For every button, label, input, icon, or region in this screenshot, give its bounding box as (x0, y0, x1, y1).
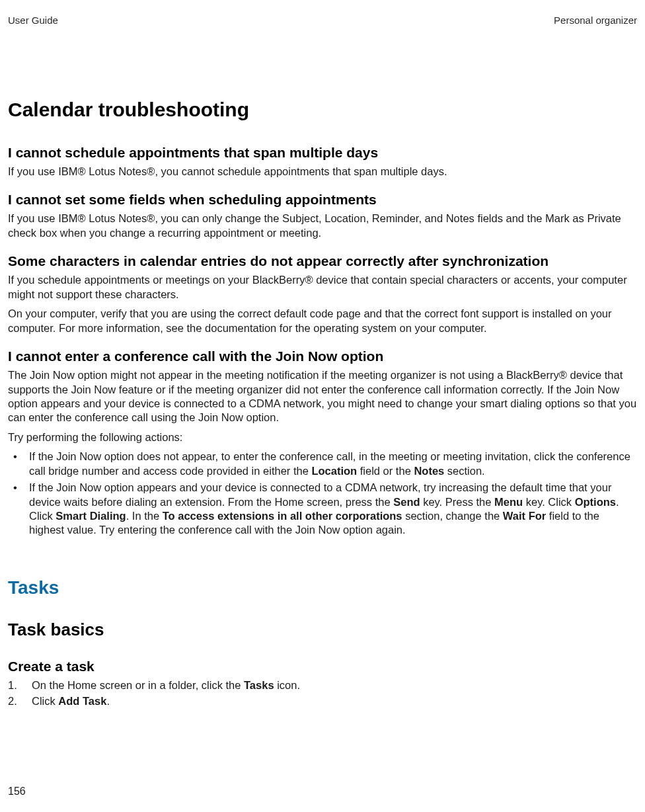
bold-text: Smart Dialing (56, 510, 126, 522)
heading-create-task: Create a task (8, 659, 637, 674)
text-run: section. (444, 465, 484, 477)
bold-text: To access extensions in all other corpor… (163, 510, 402, 522)
header-right: Personal organizer (554, 15, 637, 26)
numbered-steps: On the Home screen or in a folder, click… (8, 678, 637, 709)
heading-join-now: I cannot enter a conference call with th… (8, 348, 637, 364)
heading-cannot-set-fields: I cannot set some fields when scheduling… (8, 192, 637, 208)
text-run: key. Press the (420, 496, 495, 508)
list-item: On the Home screen or in a folder, click… (8, 678, 637, 692)
text-run: . (106, 695, 110, 707)
paragraph: If you use IBM® Lotus Notes®, you can on… (8, 212, 637, 240)
header-left: User Guide (8, 15, 58, 26)
paragraph: If you schedule appointments or meetings… (8, 273, 637, 302)
page-header: User Guide Personal organizer (8, 15, 637, 26)
heading-cannot-schedule-multi-day: I cannot schedule appointments that span… (8, 145, 637, 161)
bold-text: Add Task (58, 695, 106, 707)
text-run: icon. (274, 679, 300, 691)
paragraph: The Join Now option might not appear in … (8, 368, 637, 425)
text-run: section, change the (402, 510, 503, 522)
bold-text: Tasks (244, 679, 274, 691)
text-run: key. Click (523, 496, 575, 508)
paragraph: On your computer, verify that you are us… (8, 307, 637, 335)
list-item: If the Join Now option does not appear, … (8, 450, 637, 478)
text-run: field or the (357, 465, 414, 477)
text-run: On the Home screen or in a folder, click… (32, 679, 244, 691)
list-item: If the Join Now option appears and your … (8, 481, 637, 538)
bold-text: Send (393, 496, 420, 508)
list-item: Click Add Task. (8, 694, 637, 708)
heading-task-basics: Task basics (8, 620, 637, 640)
bold-text: Notes (414, 465, 444, 477)
bold-text: Menu (494, 496, 523, 508)
bold-text: Options (575, 496, 616, 508)
paragraph: Try performing the following actions: (8, 430, 637, 444)
section-title-tasks: Tasks (8, 577, 637, 598)
page-title: Calendar troubleshooting (8, 99, 637, 121)
paragraph: If you use IBM® Lotus Notes®, you cannot… (8, 165, 637, 179)
text-run: Click (32, 695, 58, 707)
page-number: 156 (8, 786, 26, 797)
text-run: . In the (126, 510, 163, 522)
bold-text: Location (311, 465, 357, 477)
bullet-list: If the Join Now option does not appear, … (8, 450, 637, 538)
bold-text: Wait For (503, 510, 546, 522)
heading-characters-not-correct: Some characters in calendar entries do n… (8, 253, 637, 269)
